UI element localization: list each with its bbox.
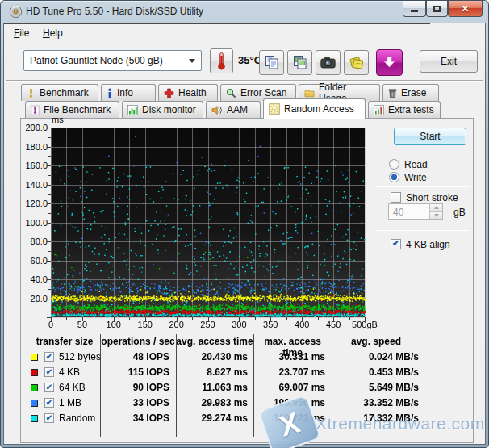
x-tick-label: 50	[77, 320, 87, 329]
extra-tests-icon	[374, 105, 384, 115]
stroke-size-value: 40	[389, 204, 429, 219]
drive-select-combobox[interactable]: Patriot Gauntlet Node (500 gB)	[23, 50, 202, 71]
minimize-button[interactable]	[403, 1, 426, 17]
exclamation-purple-icon	[31, 105, 40, 115]
update-button[interactable]	[376, 49, 403, 76]
avg-access-value: 8.627 ms	[176, 366, 248, 378]
copy-text-button[interactable]	[259, 50, 284, 75]
hard-disk-icon	[9, 5, 23, 19]
write-radio[interactable]	[389, 172, 399, 182]
check-icon: ✔	[392, 238, 399, 249]
y-axis-unit-label: ms	[52, 115, 64, 124]
copy-image-icon	[293, 55, 307, 70]
y-tick-label: 120.0	[14, 199, 48, 208]
health-cross-icon	[164, 88, 174, 98]
max-access-value: 23.707 ms	[253, 366, 325, 378]
close-button[interactable]: ✕	[448, 1, 483, 17]
short-stroke-checkbox[interactable]: ✔	[391, 192, 401, 203]
short-stroke-label: Short stroke	[406, 192, 458, 203]
tab-aam[interactable]: AAM	[206, 101, 261, 118]
max-access-value: 30.331 ms	[253, 351, 325, 362]
folder-icon	[304, 89, 315, 98]
tab-health[interactable]: Health	[158, 84, 218, 101]
transfer-size-label: 512 bytes	[59, 351, 101, 362]
panel-separator	[376, 186, 470, 187]
tab-erase[interactable]: Erase	[382, 84, 439, 101]
update-download-icon	[382, 55, 397, 70]
avg-speed-value: 0.453 MB/s	[332, 366, 419, 378]
trash-icon	[388, 88, 397, 98]
temperature-value: 35°C	[238, 54, 261, 66]
y-tick-label: 40.0	[14, 274, 48, 284]
check-icon: ✔	[46, 413, 52, 422]
transfer-size-label: Random	[59, 412, 95, 424]
avg-access-value: 29.274 ms	[176, 412, 248, 424]
avg-speed-value: 5.649 MB/s	[332, 382, 419, 393]
series-color-swatch	[31, 369, 38, 376]
read-radio[interactable]	[389, 159, 399, 170]
tab-disk-monitor[interactable]: Disk monitor	[122, 101, 203, 118]
menu-help[interactable]: Help	[36, 25, 69, 41]
avg-access-value: 11.063 ms	[176, 382, 248, 393]
align-checkbox[interactable]: ✔	[391, 239, 401, 249]
temperature-button[interactable]	[210, 48, 233, 73]
check-icon: ✔	[46, 383, 52, 391]
screenshot-button[interactable]	[316, 50, 341, 75]
series-checkbox[interactable]: ✔	[44, 383, 54, 392]
x-tick-label: 100	[107, 320, 121, 329]
transfer-size-label: 64 KB	[59, 382, 86, 393]
align-checkbox-label: 4 KB align	[406, 239, 450, 250]
maximize-button[interactable]	[426, 1, 448, 17]
info-icon	[107, 88, 113, 98]
spin-down-button[interactable]	[430, 211, 442, 220]
check-icon: ✔	[46, 367, 52, 376]
tab-benchmark[interactable]: Benchmark	[21, 84, 98, 101]
operations-value: 48 IOPS	[100, 351, 169, 362]
camera-icon	[320, 57, 336, 69]
arrow-up-icon	[434, 206, 439, 209]
tab-info[interactable]: Info	[101, 84, 156, 101]
series-color-swatch	[31, 384, 38, 391]
panel-separator	[376, 230, 470, 231]
table-header-line	[4, 23, 430, 24]
copy-image-button[interactable]	[287, 50, 312, 75]
x-tick-label: 350	[263, 320, 278, 329]
x-tick-label: 0	[48, 320, 53, 329]
avg-access-value: 20.430 ms	[176, 351, 248, 362]
col-header-avg-speed: avg. speed	[332, 336, 420, 347]
read-radio-label: Read	[404, 159, 428, 170]
avg-speed-value: 0.024 MB/s	[332, 351, 419, 362]
series-checkbox[interactable]: ✔	[44, 367, 54, 377]
window-title: HD Tune Pro 5.50 - Hard Disk/SSD Utility	[26, 6, 203, 17]
add-notes-button[interactable]	[344, 50, 369, 75]
exit-button[interactable]: Exit	[420, 50, 478, 73]
panel-separator	[376, 153, 470, 153]
y-tick-label: 60.0	[14, 256, 48, 266]
x-tick-label: 150	[138, 320, 153, 329]
drive-select-value: Patriot Gauntlet Node (500 gB)	[24, 55, 189, 66]
maximize-icon	[433, 6, 441, 12]
tab-random-access[interactable]: Random Access	[263, 98, 366, 119]
operations-value: 90 IOPS	[100, 382, 169, 393]
spin-up-button[interactable]	[430, 204, 442, 211]
avg-speed-value: 33.352 MB/s	[332, 397, 419, 408]
minimize-icon	[411, 10, 418, 12]
tab-extra-tests[interactable]: Extra tests	[368, 101, 441, 118]
tab-file-benchmark[interactable]: File Benchmark	[25, 101, 119, 118]
transfer-size-label: 1 MB	[59, 397, 82, 408]
stroke-size-spinner[interactable]: 40	[388, 203, 443, 220]
thermometer-icon	[217, 52, 226, 70]
x-tick-label: 400	[295, 320, 309, 329]
menu-file[interactable]: File	[7, 25, 36, 41]
start-button[interactable]: Start	[394, 128, 466, 145]
x-tick-label: 300	[232, 320, 246, 329]
series-color-swatch	[31, 354, 38, 361]
add-notes-icon	[349, 55, 365, 71]
series-checkbox[interactable]: ✔	[44, 398, 54, 408]
series-checkbox[interactable]: ✔	[44, 413, 54, 423]
series-color-swatch	[31, 400, 38, 407]
avg-access-value: 29.983 ms	[176, 397, 248, 408]
series-checkbox[interactable]: ✔	[44, 352, 54, 362]
col-header-avg-access: avg. access time	[176, 336, 253, 347]
stroke-size-unit: gB	[453, 207, 466, 218]
